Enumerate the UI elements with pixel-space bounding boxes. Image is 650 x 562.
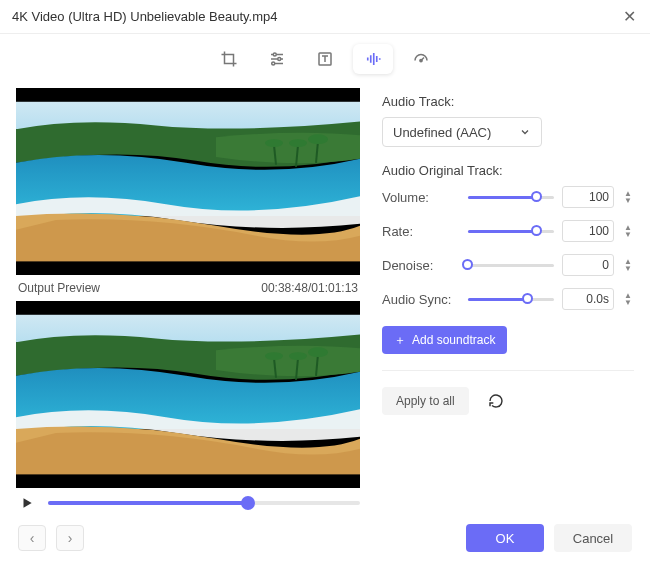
- rate-stepper[interactable]: ▲▼: [622, 224, 634, 238]
- tool-toolbar: [0, 34, 650, 88]
- footer: ‹ › OK Cancel: [0, 514, 650, 562]
- speed-icon[interactable]: [401, 44, 441, 74]
- rate-row: Rate: 100 ▲▼: [382, 220, 634, 242]
- denoise-row: Denoise: 0 ▲▼: [382, 254, 634, 276]
- audiosync-label: Audio Sync:: [382, 292, 460, 307]
- audiosync-input[interactable]: 0.0s: [562, 288, 614, 310]
- volume-stepper[interactable]: ▲▼: [622, 190, 634, 204]
- svg-rect-23: [16, 301, 360, 315]
- preview-column: Output Preview 00:38:48/01:01:13: [16, 88, 360, 514]
- plus-icon: ＋: [394, 332, 406, 349]
- audiosync-stepper[interactable]: ▲▼: [622, 292, 634, 306]
- divider: [382, 370, 634, 371]
- original-preview: [16, 88, 360, 275]
- refresh-icon[interactable]: [485, 390, 507, 412]
- audio-track-dropdown[interactable]: Undefined (AAC): [382, 117, 542, 147]
- volume-row: Volume: 100 ▲▼: [382, 186, 634, 208]
- seek-slider[interactable]: [48, 501, 360, 505]
- volume-label: Volume:: [382, 190, 460, 205]
- rate-slider[interactable]: [468, 230, 554, 233]
- svg-point-5: [272, 62, 275, 65]
- next-button[interactable]: ›: [56, 525, 84, 551]
- svg-point-30: [289, 352, 307, 360]
- svg-point-21: [289, 139, 307, 147]
- audio-track-value: Undefined (AAC): [393, 125, 491, 140]
- denoise-slider[interactable]: [468, 264, 554, 267]
- denoise-stepper[interactable]: ▲▼: [622, 258, 634, 272]
- rate-label: Rate:: [382, 224, 460, 239]
- timecode: 00:38:48/01:01:13: [261, 281, 358, 295]
- svg-point-22: [308, 134, 328, 144]
- denoise-label: Denoise:: [382, 258, 460, 273]
- text-icon[interactable]: [305, 44, 345, 74]
- svg-point-29: [265, 352, 283, 360]
- prev-button[interactable]: ‹: [18, 525, 46, 551]
- add-soundtrack-button[interactable]: ＋ Add soundtrack: [382, 326, 507, 354]
- rate-input[interactable]: 100: [562, 220, 614, 242]
- svg-rect-24: [16, 474, 360, 488]
- volume-slider[interactable]: [468, 196, 554, 199]
- svg-point-20: [265, 139, 283, 147]
- crop-icon[interactable]: [209, 44, 249, 74]
- audio-track-label: Audio Track:: [382, 94, 634, 109]
- svg-point-4: [278, 58, 281, 61]
- original-track-label: Audio Original Track:: [382, 163, 634, 178]
- audiosync-row: Audio Sync: 0.0s ▲▼: [382, 288, 634, 310]
- adjust-icon[interactable]: [257, 44, 297, 74]
- apply-to-all-button[interactable]: Apply to all: [382, 387, 469, 415]
- output-preview: [16, 301, 360, 488]
- svg-point-3: [273, 53, 276, 56]
- audiosync-slider[interactable]: [468, 298, 554, 301]
- close-icon[interactable]: ✕: [620, 8, 638, 26]
- ok-button[interactable]: OK: [466, 524, 544, 552]
- titlebar: 4K Video (Ultra HD) Unbelievable Beauty.…: [0, 0, 650, 34]
- output-preview-label: Output Preview: [18, 281, 100, 295]
- chevron-down-icon: [519, 126, 531, 138]
- denoise-input[interactable]: 0: [562, 254, 614, 276]
- audio-panel: Audio Track: Undefined (AAC) Audio Origi…: [382, 88, 634, 514]
- cancel-button[interactable]: Cancel: [554, 524, 632, 552]
- window-title: 4K Video (Ultra HD) Unbelievable Beauty.…: [12, 9, 620, 24]
- audio-icon[interactable]: [353, 44, 393, 74]
- play-icon[interactable]: [16, 492, 38, 514]
- svg-rect-15: [16, 261, 360, 275]
- svg-point-31: [308, 347, 328, 357]
- svg-rect-14: [16, 88, 360, 102]
- svg-point-13: [420, 59, 422, 61]
- volume-input[interactable]: 100: [562, 186, 614, 208]
